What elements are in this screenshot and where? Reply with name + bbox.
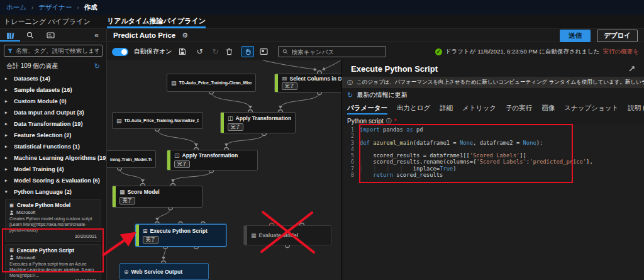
- category-label: Statistical Functions (1): [14, 143, 80, 150]
- node-title: Apply Transformation: [182, 152, 238, 159]
- transform-icon: ◫: [228, 115, 233, 121]
- category-label: Model Scoring & Evaluation (6): [14, 177, 100, 184]
- pipeline-type-tabs: トレーニング パイプライン リアルタイム推論パイプライン: [0, 15, 644, 29]
- pipeline-title-wrap: Predict Auto Price ⚙: [113, 29, 188, 42]
- sidebar-category-data-transformation[interactable]: ▸Data Transformation (19): [0, 118, 106, 130]
- app-root: ホーム › デザイナー › 作成 トレーニング パイプライン リアルタイム推論パ…: [0, 0, 644, 280]
- code-token: scored_results.rename(columns={: [360, 159, 476, 165]
- category-label: Feature Selection (2): [14, 132, 71, 138]
- refresh-info-button[interactable]: ↻ 最新の情報に更新: [342, 88, 644, 101]
- code-token: },: [586, 159, 593, 165]
- info-icon: ⓘ: [347, 79, 353, 87]
- tab-details[interactable]: 詳細: [440, 104, 453, 115]
- chevron-right-icon: ▸: [5, 110, 10, 115]
- node-web-service-output[interactable]: ⊕Web Service Output: [119, 263, 209, 280]
- category-label: Custom Module (0): [14, 98, 67, 104]
- asset-library-icon[interactable]: [0, 29, 20, 42]
- collapse-panel-icon[interactable]: «: [94, 31, 106, 40]
- canvas-search-input[interactable]: [292, 48, 382, 55]
- tab-snapshot[interactable]: スナップショット: [564, 104, 618, 115]
- category-label: Data Transformation (19): [14, 121, 83, 127]
- search-icon: [282, 48, 288, 55]
- tab-realtime-inference-pipeline[interactable]: リアルタイム推論パイプライン: [107, 15, 206, 28]
- asset-card-create-python-model[interactable]: ⊞Create Python Model Microsoft Creates P…: [5, 199, 101, 242]
- deploy-button[interactable]: デプロイ: [597, 30, 638, 42]
- line-number: 8: [343, 172, 360, 178]
- node-apply-transformation-1[interactable]: ◫Apply Transformation 完了: [220, 112, 296, 133]
- sidebar-category-data-input-output[interactable]: ▸Data Input and Output (3): [0, 107, 106, 118]
- node-select-columns[interactable]: ▥Select Columns in Dataset 完了: [274, 74, 341, 92]
- tab-outputs-logs[interactable]: 出力とログ: [397, 104, 430, 115]
- asset-total-row: 合計 109 個の資産 ↻: [0, 57, 106, 73]
- line-number: 2: [343, 133, 360, 139]
- sidebar-category-ml-algorithms[interactable]: ▸Machine Learning Algorithms (19): [0, 152, 106, 164]
- minimap-icon[interactable]: [260, 48, 270, 55]
- detail-tabs: パラメーター 出力とログ 詳細 メトリック 子の実行 画像 スナップショット 説…: [342, 101, 644, 115]
- code-line: 8 return scored_results: [343, 172, 644, 178]
- tab-images[interactable]: 画像: [541, 104, 555, 115]
- tab-child-runs[interactable]: 子の実行: [506, 104, 532, 115]
- node-apply-transformation-2[interactable]: ◫Apply Transformation 完了: [167, 150, 258, 171]
- modules-icon[interactable]: [40, 29, 60, 42]
- chart-icon: ▦: [251, 232, 257, 238]
- breadcrumb-designer[interactable]: デザイナー: [38, 3, 72, 12]
- pipeline-settings-gear-icon[interactable]: ⚙: [182, 31, 188, 40]
- refresh-label: 最新の情報に更新: [357, 91, 407, 99]
- node-clean-missing-data[interactable]: ▤TD-Auto_Price_Training-Clean_Missing_..…: [167, 74, 256, 92]
- node-evaluate-model[interactable]: ▦Evaluate Model: [243, 225, 331, 245]
- breadcrumb-home[interactable]: ホーム: [6, 3, 26, 12]
- undo-icon[interactable]: ↺: [194, 47, 204, 57]
- tab-explanations-preview[interactable]: 説明 (プレビュー): [628, 104, 644, 115]
- category-label: Model Training (4): [14, 166, 64, 172]
- python-module-icon: ⊞: [9, 203, 14, 208]
- breadcrumb-separator: ›: [77, 4, 79, 11]
- code-line: 7│ │ │ │ inplace=True): [343, 165, 644, 172]
- chevron-right-icon: ▸: [5, 167, 10, 172]
- sidebar-category-datasets[interactable]: ▸Datasets (14): [0, 73, 106, 84]
- person-icon: [9, 255, 14, 260]
- status-badge: 完了: [174, 160, 190, 168]
- sidebar-category-model-scoring[interactable]: ▸Model Scoring & Evaluation (6): [0, 175, 106, 186]
- dataset-icon: ▤: [116, 118, 122, 124]
- code-editor[interactable]: 1import pandas as pd 2 3def azureml_main…: [343, 125, 644, 280]
- code-token: 'predicted_price': [530, 159, 586, 165]
- submit-button[interactable]: 送信: [560, 30, 591, 42]
- category-label: Python Language (2): [14, 189, 72, 195]
- code-line: 3def azureml_main(dataframe1 = None, dat…: [343, 140, 644, 146]
- tab-metrics[interactable]: メトリック: [462, 104, 496, 115]
- sidebar-search-input[interactable]: [16, 47, 99, 54]
- tab-training-pipeline[interactable]: トレーニング パイプライン: [4, 15, 91, 28]
- node-score-model[interactable]: ▦Score Model 完了: [112, 186, 203, 208]
- card-title: Create Python Model: [17, 202, 70, 208]
- node-title: Web Service Output: [131, 269, 183, 275]
- node-normalize-data[interactable]: ▤TD-Auto_Price_Training-Normalize_Data..…: [112, 112, 203, 129]
- pipeline-canvas[interactable]: ▤TD-Auto_Price_Training-Clean_Missing_..…: [107, 60, 341, 280]
- code-token: scored_results = dataframe1[[: [360, 152, 470, 159]
- sidebar-category-custom-module[interactable]: ▸Custom Module (0): [0, 96, 106, 107]
- line-number: 7: [343, 165, 360, 172]
- sidebar-category-python-language[interactable]: ▾Python Language (2): [0, 186, 106, 198]
- refresh-assets-icon[interactable]: ↻: [94, 62, 100, 70]
- delete-icon[interactable]: [226, 48, 236, 55]
- sidebar-category-model-training[interactable]: ▸Model Training (4): [0, 164, 106, 175]
- autosave-status: ✓ ドラフトが 11/6/2021, 6:23:50 PM に自動保存されました…: [435, 48, 639, 56]
- search-icon[interactable]: [20, 29, 40, 42]
- autosave-toggle[interactable]: [112, 48, 128, 56]
- node-execute-python-script[interactable]: ⊞Execute Python Script 完了: [135, 224, 226, 247]
- pipeline-title: Predict Auto Price: [113, 31, 175, 39]
- pan-hand-icon[interactable]: [242, 46, 254, 57]
- sidebar-category-statistical-functions[interactable]: ▸Statistical Functions (1): [0, 141, 106, 152]
- node-train-model[interactable]: ining-Train_Model-Tr...: [107, 150, 156, 168]
- asset-card-execute-python-script[interactable]: ⊞Execute Python Script Microsoft Execute…: [5, 244, 101, 280]
- run-overview-link[interactable]: 実行の概要を: [603, 48, 639, 56]
- node-title: Evaluate Model: [259, 232, 299, 238]
- open-expand-icon[interactable]: [628, 65, 635, 72]
- save-icon[interactable]: [179, 48, 189, 55]
- redo-icon[interactable]: ↻: [210, 47, 220, 57]
- code-token: import: [360, 126, 380, 133]
- tab-parameters[interactable]: パラメーター: [347, 104, 387, 115]
- sidebar-category-sample-datasets[interactable]: ▸Sample datasets (16): [0, 84, 106, 96]
- sidebar-category-feature-selection[interactable]: ▸Feature Selection (2): [0, 130, 106, 141]
- breadcrumb-separator: ›: [31, 4, 33, 11]
- select-columns-icon: ▥: [282, 76, 287, 81]
